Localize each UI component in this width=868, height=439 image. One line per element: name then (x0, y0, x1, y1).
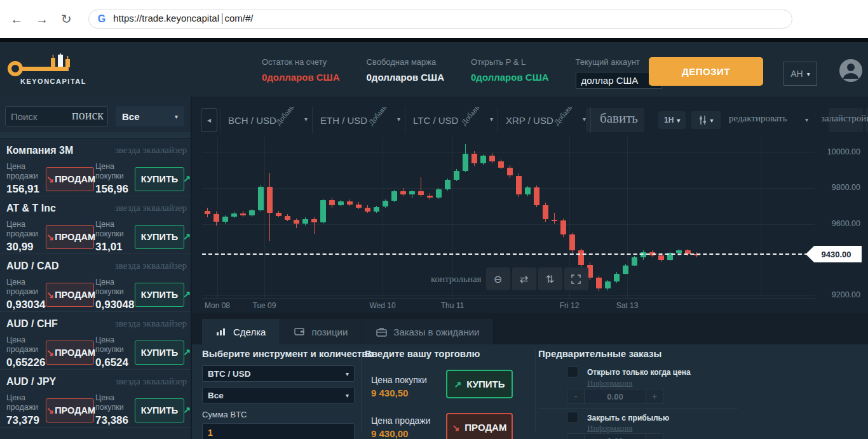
chart-tab[interactable]: ETH / USD Добавь ▾ (313, 107, 405, 133)
candle-down (418, 191, 424, 195)
url-text[interactable]: https://trade.keyoncapitalcom/#/ (113, 13, 253, 25)
sell-price-block: Цена продажи 156,91 (6, 162, 44, 196)
timeframe-select[interactable]: 1H ▾ (658, 111, 686, 129)
sell-button[interactable]: ↘ПРОДАМ (46, 167, 94, 191)
sell-price-value: 73,379 (6, 414, 44, 427)
add-ghost-label: Добавь (367, 104, 389, 128)
candle-down (516, 176, 522, 195)
candle-down (205, 211, 210, 214)
arrow-up-right-icon: ↗ (183, 405, 191, 415)
amount-input[interactable] (202, 423, 355, 439)
buy-button[interactable]: ↗КУПИТЬ (446, 370, 513, 398)
candle-up (374, 207, 379, 212)
open-when-checkbox[interactable] (567, 366, 578, 377)
candle-up (463, 154, 468, 170)
scroll-tabs-left-button[interactable]: ◂ (201, 108, 217, 132)
star-equalizer-icons[interactable]: звезда эквалайзер (115, 318, 187, 329)
increment-button[interactable]: + (646, 433, 663, 439)
buy-button[interactable]: КУПИТЬ↗ (135, 341, 184, 365)
candle-down (489, 156, 495, 161)
add-instrument-label[interactable]: бавить (600, 111, 638, 126)
scale-vertical-icon[interactable]: ⇅ (538, 267, 562, 290)
star-equalizer-icons[interactable]: звезда эквалайзер (115, 203, 187, 213)
sell-button[interactable]: ↘ПРОДАМ (46, 341, 94, 365)
settings-label[interactable]: залайстройк (821, 113, 868, 124)
user-icon (839, 58, 863, 83)
increment-button[interactable]: + (646, 389, 663, 404)
language-select[interactable]: AH ▾ (783, 62, 817, 86)
buy-button[interactable]: КУПИТЬ↗ (135, 225, 184, 249)
zoom-out-icon[interactable]: ⊖ (486, 267, 510, 290)
chart-tab[interactable]: LTC / USD Добавь ▾ (405, 107, 498, 133)
info-icon: Информация (587, 378, 632, 388)
trade-panel-tabs: Сделка позиции Заказы в ожидании (192, 313, 868, 344)
price-tick-label: 9600.00 (820, 219, 860, 228)
candle-down (578, 250, 584, 265)
star-equalizer-icons[interactable]: звезда эквалайзер (115, 145, 187, 156)
chevron-down-icon[interactable]: ▾ (397, 116, 400, 123)
add-ghost-label: Добавь (274, 104, 296, 128)
trade-instrument-select[interactable]: BTC / USD ▾ (202, 365, 355, 382)
candle-up (258, 187, 264, 210)
logo-text: KEYONCAPITAL (20, 78, 89, 85)
deposit-button[interactable]: ДЕПОЗИТ (649, 57, 763, 86)
candle-down (543, 205, 548, 220)
tab-trade[interactable]: Сделка (202, 319, 280, 344)
sell-button[interactable]: ↘ПРОДАМ (446, 413, 513, 439)
chevron-down-icon[interactable]: ▾ (304, 116, 308, 123)
briefcase-icon (376, 327, 387, 337)
time-tick-label: Wed 10 (363, 301, 402, 310)
avatar[interactable] (839, 58, 863, 85)
arrow-down-right-icon: ↘ (46, 174, 54, 184)
sell-button[interactable]: ↘ПРОДАМ (46, 398, 94, 422)
time-axis[interactable]: Mon 08Tue 09Wed 10Thu 11Fri 12Sat 13 (202, 301, 815, 311)
current-price-badge: 9430.00 (806, 246, 862, 262)
decrement-button[interactable]: - (567, 389, 585, 404)
buy-button[interactable]: КУПИТЬ↗ (135, 283, 184, 307)
fullscreen-icon[interactable] (564, 267, 588, 290)
toolbar-label: контрольная (431, 274, 482, 285)
time-tick-label: Sat 13 (608, 301, 646, 310)
google-icon: G (98, 13, 105, 25)
close-profit-checkbox[interactable] (567, 412, 578, 423)
v-gridline (264, 137, 265, 299)
price-axis[interactable]: 10000.009800.009600.009200.00 (820, 137, 860, 299)
chevron-down-icon[interactable]: ▾ (490, 116, 493, 123)
buy-price-block: Цена покупки 73,386 (95, 393, 133, 427)
pan-horizontal-icon[interactable]: ⇄ (512, 267, 536, 290)
address-bar[interactable]: G https://trade.keyoncapitalcom/#/ (88, 10, 792, 29)
instrument-filter-select[interactable]: Все ▾ (116, 106, 184, 126)
star-equalizer-icons[interactable]: звезда эквалайзер (115, 376, 187, 387)
close-profit-stepper: - 0.00 + (567, 433, 663, 439)
back-icon[interactable]: ← (10, 12, 23, 27)
edit-menu[interactable]: редактировать (729, 113, 787, 124)
forward-icon[interactable]: → (36, 12, 48, 27)
sell-price-block: Цена продажи 9 430,00 (371, 415, 431, 439)
trade-filter-select[interactable]: Все ▾ (202, 387, 355, 403)
sell-button[interactable]: ↘ПРОДАМ (46, 225, 94, 249)
chevron-down-icon: ▾ (677, 117, 680, 124)
h-gridline (202, 188, 815, 189)
stepper-value: 0.00 (585, 389, 646, 404)
instrument-name: AUD / JPY (6, 376, 56, 388)
decrement-button[interactable]: - (567, 433, 585, 439)
tab-positions[interactable]: позиции (280, 319, 362, 344)
star-equalizer-icons[interactable]: звезда эквалайзер (115, 260, 187, 271)
buy-button[interactable]: КУПИТЬ↗ (135, 398, 184, 422)
v-gridline (761, 137, 761, 299)
sell-price-value: 0,65226 (6, 356, 45, 369)
candlestick-plot[interactable]: контрольная ⊖ ⇄ ⇅ (202, 137, 815, 299)
price-badge-label: 9430.00 (822, 250, 851, 259)
preorders-heading: Предварительные заказы (538, 348, 661, 359)
instrument-row: Компания 3М звезда эквалайзер Цена прода… (0, 138, 191, 196)
sell-button[interactable]: ↘ПРОДАМ (46, 283, 94, 307)
buy-price-value: 0,93048 (95, 299, 134, 311)
chart-tab[interactable]: XRP / USD Добавь ▾ (498, 107, 591, 133)
sell-price-block: Цена продажи 0,65226 (6, 335, 45, 369)
buy-button[interactable]: КУПИТЬ↗ (135, 167, 184, 191)
chart-tab[interactable]: BCH / USD Добавь ▾ (220, 107, 313, 133)
reload-icon[interactable]: ↻ (61, 11, 72, 27)
indicators-button[interactable]: ▾ (691, 111, 721, 129)
time-tick-label: Thu 11 (433, 301, 471, 310)
tab-pending-orders[interactable]: Заказы в ожидании (362, 319, 494, 344)
